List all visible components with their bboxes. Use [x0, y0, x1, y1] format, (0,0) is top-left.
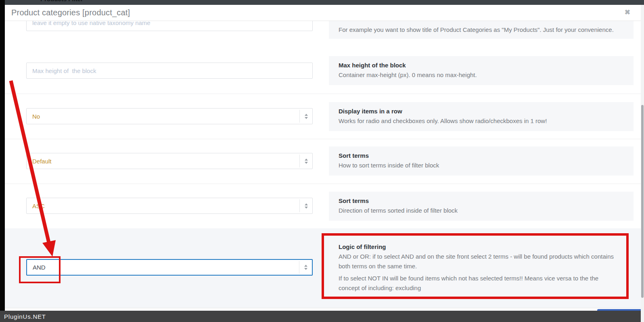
display-items-in-a-row-select[interactable]: No [26, 108, 313, 124]
watermark-text: PluginUs.NET [4, 313, 46, 320]
description-title: Display items in a row [339, 107, 624, 116]
description-sort-direction: Sort terms Direction of terms sorted ins… [329, 192, 634, 221]
description-body-p2: If to select NOT IN will be found items … [339, 274, 619, 293]
select-value: No [32, 113, 40, 120]
description-body-p1: AND or OR: if to select AND and on the s… [339, 252, 619, 271]
description-logic-of-filtering: Logic of filtering AND or OR: if to sele… [329, 233, 629, 299]
description-title: Sort terms [339, 196, 624, 206]
footer-divider [5, 308, 641, 308]
description-body: How to sort terms inside of filter block [339, 161, 624, 170]
description-title: Sort terms [339, 151, 624, 161]
description-body: Direction of terms sorted inside of filt… [339, 206, 624, 215]
description-max-height: Max height of the block Container max-he… [329, 56, 634, 85]
scrollbar-track [641, 5, 644, 322]
description-sort-terms: Sort terms How to sort terms inside of f… [329, 146, 634, 176]
page-backdrop-left [0, 0, 5, 311]
modal-body: For example you want to show title of Pr… [5, 5, 641, 311]
max-height-input[interactable] [26, 63, 313, 79]
sort-direction-select[interactable]: ASC [26, 198, 313, 214]
description-body: For example you want to show title of Pr… [339, 25, 624, 35]
modal-header: Product categories [product_cat] ✖ [5, 5, 641, 21]
select-spinner-icon [299, 155, 312, 167]
select-value: Default [32, 158, 52, 165]
close-icon[interactable]: ✖ [625, 8, 630, 17]
description-body: Container max-height (px). 0 means no ma… [339, 70, 624, 80]
select-value: ASC [32, 203, 45, 209]
select-value: AND [33, 264, 46, 271]
page-heading-clipped: Products Filter [40, 0, 83, 2]
select-spinner-icon [299, 110, 312, 123]
logic-of-filtering-select[interactable]: AND [26, 259, 313, 276]
modal-title: Product categories [product_cat] [11, 8, 130, 17]
row-divider [5, 139, 641, 139]
page-backdrop-top: Products Filter [5, 0, 644, 5]
row-divider [5, 94, 641, 94]
description-body: Works for radio and checkboxes only. All… [339, 116, 624, 126]
description-title: Max height of the block [339, 61, 624, 70]
select-spinner-icon [299, 261, 312, 274]
watermark-bar: PluginUs.NET [0, 311, 644, 322]
taxonomy-options-modal: For example you want to show title of Pr… [5, 5, 641, 311]
description-display-in-row: Display items in a row Works for radio a… [329, 102, 634, 131]
select-spinner-icon [299, 199, 312, 212]
sort-terms-select[interactable]: Default [26, 153, 313, 169]
scrollbar-thumb[interactable] [641, 105, 644, 298]
row-divider [5, 184, 641, 184]
description-title: Logic of filtering [339, 242, 619, 252]
